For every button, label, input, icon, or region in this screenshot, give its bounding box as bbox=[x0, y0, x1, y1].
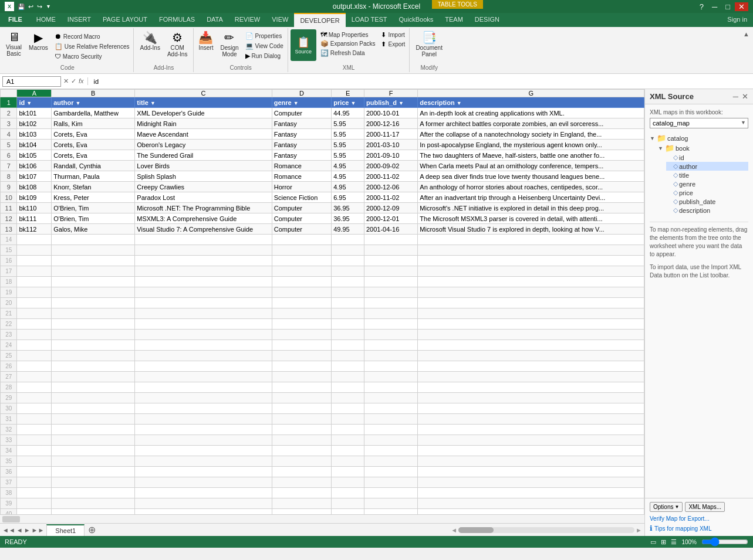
row-num-empty[interactable]: 30 bbox=[1, 403, 17, 414]
options-button[interactable]: Options ▼ bbox=[650, 502, 683, 512]
row-num-empty[interactable]: 26 bbox=[1, 361, 17, 372]
macro-security-button[interactable]: 🛡 Macro Security bbox=[53, 52, 131, 60]
cell-price[interactable]: 36.95 bbox=[332, 213, 364, 224]
use-relative-references-button[interactable]: 📋 Use Relative References bbox=[53, 42, 131, 51]
tree-item-genre[interactable]: ◇ genre bbox=[666, 179, 748, 188]
cell-title[interactable]: Midnight Rain bbox=[135, 118, 272, 129]
tree-item-author[interactable]: ◇ author bbox=[666, 162, 748, 171]
add-sheet-button[interactable]: ⊕ bbox=[85, 524, 99, 535]
row-num-empty[interactable]: 34 bbox=[1, 446, 17, 456]
tree-item-title[interactable]: ◇ title bbox=[666, 171, 748, 179]
row-num[interactable]: 13 bbox=[1, 224, 17, 235]
cell-genre[interactable]: Computer bbox=[272, 108, 331, 118]
cell-title[interactable]: XML Developer's Guide bbox=[135, 108, 272, 118]
cell-description[interactable]: Microsoft Visual Studio 7 is explored in… bbox=[418, 224, 644, 235]
cell-author[interactable]: Corets, Eva bbox=[52, 129, 135, 140]
cell-publish-date[interactable]: 2000-12-09 bbox=[364, 203, 417, 213]
tab-insert[interactable]: INSERT bbox=[62, 13, 97, 27]
cell-description[interactable]: The two daughters of Maeve, half-sisters… bbox=[418, 150, 644, 161]
row-num-empty[interactable]: 39 bbox=[1, 498, 17, 509]
design-mode-button[interactable]: ✏ DesignMode bbox=[218, 29, 241, 59]
row-num-empty[interactable]: 24 bbox=[1, 340, 17, 351]
row-num-empty[interactable]: 36 bbox=[1, 467, 17, 477]
visual-basic-button[interactable]: 🖥 VisualBasic bbox=[4, 29, 24, 58]
cell-genre[interactable]: Computer bbox=[272, 203, 331, 213]
tab-developer[interactable]: DEVELOPER bbox=[294, 13, 345, 27]
function-insert-icon[interactable]: fx bbox=[79, 77, 84, 85]
row-num-1[interactable]: 1 bbox=[1, 97, 17, 108]
tab-formulas[interactable]: FORMULAS bbox=[153, 13, 201, 27]
tab-quickbooks[interactable]: QuickBooks bbox=[393, 13, 440, 27]
col-header-d[interactable]: D bbox=[272, 90, 331, 97]
row-num[interactable]: 8 bbox=[1, 171, 17, 182]
header-cell-description[interactable]: description ▼ bbox=[418, 97, 644, 108]
h-scrollbar[interactable] bbox=[0, 514, 644, 523]
cell-price[interactable]: 4.95 bbox=[332, 182, 364, 192]
tree-item-price[interactable]: ◇ price bbox=[666, 188, 748, 197]
sheet-tab-nav-left[interactable]: ◄◄ ◄ ► ►► bbox=[2, 527, 44, 534]
row-num-empty[interactable]: 33 bbox=[1, 435, 17, 446]
cell-publish-date[interactable]: 2000-11-02 bbox=[364, 171, 417, 182]
row-num-empty[interactable]: 15 bbox=[1, 245, 17, 256]
record-macro-button[interactable]: ⏺ Record Macro bbox=[53, 32, 131, 41]
cell-price[interactable]: 5.95 bbox=[332, 129, 364, 140]
map-properties-button[interactable]: 🗺 Map Properties bbox=[319, 30, 377, 39]
row-num-empty[interactable]: 18 bbox=[1, 277, 17, 287]
cell-id[interactable]: bk107 bbox=[17, 171, 52, 182]
cell-id[interactable]: bk103 bbox=[17, 129, 52, 140]
quick-access-save[interactable]: 💾 bbox=[18, 4, 25, 10]
cell-title[interactable]: Microsoft .NET: The Programming Bible bbox=[135, 203, 272, 213]
formula-confirm-icon[interactable]: ✓ bbox=[71, 77, 76, 85]
col-header-b[interactable]: B bbox=[52, 90, 135, 97]
row-num-empty[interactable]: 35 bbox=[1, 456, 17, 467]
row-num[interactable]: 11 bbox=[1, 203, 17, 213]
row-num-empty[interactable]: 25 bbox=[1, 351, 17, 361]
cell-description[interactable]: The Microsoft MSXML3 parser is covered i… bbox=[418, 213, 644, 224]
export-button[interactable]: ⬆ Export bbox=[379, 40, 407, 49]
tree-item-book[interactable]: ▼ 📁 book bbox=[658, 143, 748, 153]
row-num-empty[interactable]: 17 bbox=[1, 266, 17, 277]
row-num[interactable]: 9 bbox=[1, 182, 17, 192]
cell-author[interactable]: Ralls, Kim bbox=[52, 118, 135, 129]
quick-access-more[interactable]: ▼ bbox=[46, 4, 51, 9]
xml-map-select[interactable]: catalog_map bbox=[650, 118, 748, 128]
cell-author[interactable]: Corets, Eva bbox=[52, 140, 135, 150]
row-num-empty[interactable]: 40 bbox=[1, 509, 17, 515]
cell-id[interactable]: bk101 bbox=[17, 108, 52, 118]
cell-genre[interactable]: Fantasy bbox=[272, 140, 331, 150]
tab-page-layout[interactable]: PAGE LAYOUT bbox=[97, 13, 153, 27]
row-num-empty[interactable]: 29 bbox=[1, 393, 17, 403]
tab-design[interactable]: DESIGN bbox=[469, 13, 505, 27]
cell-author[interactable]: Randall, Cynthia bbox=[52, 161, 135, 171]
help-button[interactable]: ? bbox=[696, 2, 707, 11]
col-header-g[interactable]: G bbox=[418, 90, 644, 97]
row-num[interactable]: 6 bbox=[1, 150, 17, 161]
header-cell-publish-date[interactable]: publish_d ▼ bbox=[364, 97, 417, 108]
row-num-empty[interactable]: 37 bbox=[1, 477, 17, 488]
header-cell-id[interactable]: id ▼ bbox=[17, 97, 52, 108]
zoom-slider[interactable] bbox=[701, 539, 748, 545]
tips-mapping-link[interactable]: ℹ Tips for mapping XML bbox=[650, 524, 748, 532]
refresh-data-button[interactable]: 🔄 Refresh Data bbox=[319, 49, 377, 57]
row-num-empty[interactable]: 27 bbox=[1, 372, 17, 382]
view-code-button[interactable]: 💻 View Code bbox=[244, 42, 285, 50]
row-num[interactable]: 3 bbox=[1, 118, 17, 129]
cell-title[interactable]: Creepy Crawlies bbox=[135, 182, 272, 192]
cell-title[interactable]: Paradox Lost bbox=[135, 192, 272, 203]
cell-id[interactable]: bk108 bbox=[17, 182, 52, 192]
tab-review[interactable]: REVIEW bbox=[229, 13, 266, 27]
row-num-empty[interactable]: 31 bbox=[1, 414, 17, 425]
view-normal-icon[interactable]: ▭ bbox=[650, 538, 656, 546]
restore-button[interactable]: □ bbox=[722, 2, 734, 11]
sheet-tab-sheet1[interactable]: Sheet1 bbox=[46, 524, 85, 536]
col-header-f[interactable]: F bbox=[364, 90, 417, 97]
cell-id[interactable]: bk106 bbox=[17, 161, 52, 171]
macros-button[interactable]: ▶ Macros bbox=[26, 29, 50, 52]
tab-home[interactable]: HOME bbox=[31, 13, 62, 27]
header-cell-price[interactable]: price ▼ bbox=[332, 97, 364, 108]
tree-item-publish-date[interactable]: ◇ publish_date bbox=[666, 197, 748, 206]
cell-id[interactable]: bk110 bbox=[17, 203, 52, 213]
cell-id[interactable]: bk105 bbox=[17, 150, 52, 161]
expansion-packs-button[interactable]: 📦 Expansion Packs bbox=[319, 39, 377, 48]
tab-file[interactable]: FILE bbox=[0, 13, 31, 27]
